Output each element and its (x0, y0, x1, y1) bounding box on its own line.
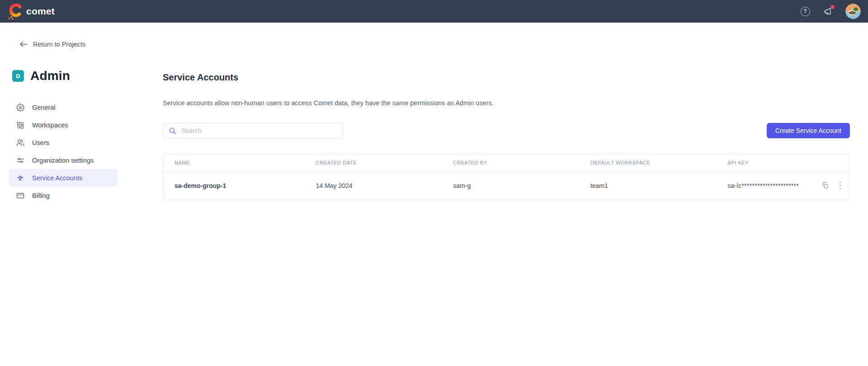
comet-logo[interactable]: comet (7, 2, 55, 20)
arrow-left-icon (19, 41, 28, 47)
column-header-created-date: CREATED DATE (305, 154, 442, 171)
service-accounts-toolbar: Create Service Account (163, 123, 850, 138)
comet-logo-icon (7, 2, 23, 20)
row-actions (820, 181, 849, 190)
sidebar-item-workspaces[interactable]: Workspaces (9, 116, 118, 134)
kebab-menu-icon (839, 181, 841, 190)
page-title: Admin (30, 69, 70, 83)
workspaces-grid-icon (16, 121, 24, 129)
search-box (163, 123, 344, 138)
help-button[interactable]: ? (800, 6, 810, 16)
sidebar-item-billing[interactable]: Billing (9, 187, 118, 204)
sidebar-item-label: General (32, 104, 56, 111)
sliders-icon (16, 156, 24, 164)
announcements-button[interactable] (823, 6, 833, 16)
users-icon (16, 138, 24, 147)
sidebar-item-general[interactable]: General (9, 99, 118, 116)
search-input[interactable] (180, 127, 343, 135)
user-avatar[interactable] (845, 4, 861, 19)
cell-created-by: sam-g (442, 171, 579, 200)
return-to-projects-link[interactable]: Return to Projects (19, 41, 85, 48)
admin-header: D Admin (12, 69, 70, 83)
column-header-name: NAME (163, 154, 305, 171)
return-link-label: Return to Projects (33, 41, 85, 48)
notification-dot (830, 5, 835, 9)
sidebar-item-organization-settings[interactable]: Organization settings (9, 151, 118, 169)
org-initial-badge: D (12, 70, 24, 82)
section-description: Service accounts allow non-human users t… (163, 99, 494, 107)
sidebar-item-label: Service Accounts (32, 174, 82, 182)
comet-logo-text: comet (26, 6, 55, 17)
table-row: sa-demo-group-1 14 May 2024 sam-g team1 … (163, 171, 849, 200)
sidebar-item-label: Billing (32, 192, 50, 199)
cell-default-workspace: team1 (579, 171, 717, 200)
table-header-row: NAME CREATED DATE CREATED BY DEFAULT WOR… (163, 154, 849, 171)
column-header-api-key: API KEY (716, 154, 808, 171)
search-icon (169, 127, 176, 135)
column-header-default-workspace: DEFAULT WORKSPACE (579, 154, 717, 171)
cell-created-date: 14 May 2024 (305, 171, 442, 200)
sidebar-item-users[interactable]: Users (9, 134, 118, 151)
gear-icon (16, 103, 24, 112)
column-header-created-by: CREATED BY (442, 154, 579, 171)
sidebar-item-label: Organization settings (32, 157, 94, 164)
top-navigation-bar: comet ? (0, 0, 868, 23)
sidebar-item-label: Workspaces (32, 122, 68, 129)
column-header-actions (808, 154, 849, 171)
service-accounts-icon (16, 174, 24, 182)
question-mark-icon: ? (801, 7, 810, 16)
credit-card-icon (16, 191, 24, 200)
section-title: Service Accounts (163, 72, 238, 83)
service-accounts-table: NAME CREATED DATE CREATED BY DEFAULT WOR… (163, 154, 850, 200)
duck-avatar-image (845, 4, 861, 19)
cell-name: sa-demo-group-1 (163, 171, 305, 200)
admin-sidebar: General Workspaces Users Organization se… (9, 99, 118, 204)
sidebar-item-service-accounts[interactable]: Service Accounts (9, 169, 118, 187)
copy-api-key-button[interactable] (821, 182, 829, 189)
sidebar-item-label: Users (32, 139, 49, 146)
row-menu-button[interactable] (839, 181, 841, 190)
cell-api-key: sa-lc********************** (716, 171, 808, 200)
copy-icon (821, 182, 829, 189)
create-service-account-button[interactable]: Create Service Account (767, 123, 850, 138)
